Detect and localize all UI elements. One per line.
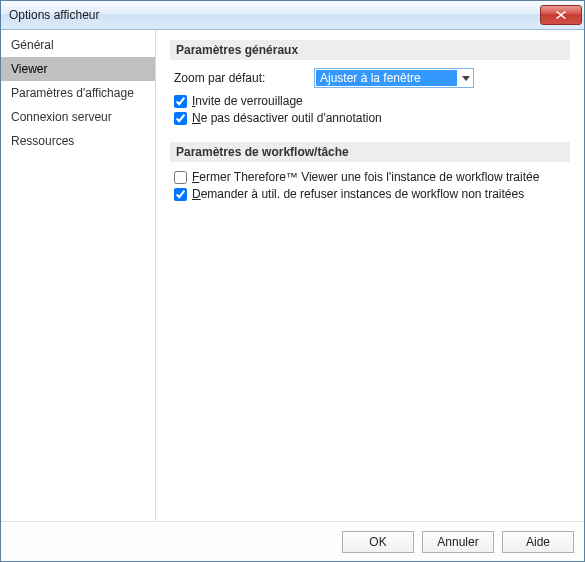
sidebar-item-server-connection[interactable]: Connexion serveur [1, 105, 155, 129]
combo-default-zoom[interactable]: Ajuster à la fenêtre [314, 68, 474, 88]
sidebar: Général Viewer Paramètres d'affichage Co… [1, 30, 156, 521]
close-icon [556, 11, 566, 19]
combo-default-zoom-value: Ajuster à la fenêtre [316, 70, 457, 86]
checkbox-ask-reject-untreated[interactable]: Demander à util. de refuser instances de… [174, 187, 570, 201]
checkbox-lock-prompt-input[interactable] [174, 95, 187, 108]
section-header-general: Paramètres généraux [170, 40, 570, 60]
help-button[interactable]: Aide [502, 531, 574, 553]
checkbox-close-viewer-after-workflow[interactable]: Fermer Therefore™ Viewer une fois l'inst… [174, 170, 570, 184]
checkbox-no-deactivate-annot-label: Ne pas désactiver outil d'annotation [192, 111, 382, 125]
section-header-workflow: Paramètres de workflow/tâche [170, 142, 570, 162]
sidebar-item-viewer[interactable]: Viewer [1, 57, 155, 81]
sidebar-item-resources[interactable]: Ressources [1, 129, 155, 153]
close-button[interactable] [540, 5, 582, 25]
sidebar-item-general[interactable]: Général [1, 33, 155, 57]
titlebar: Options afficheur [1, 1, 584, 30]
dialog-body: Général Viewer Paramètres d'affichage Co… [1, 30, 584, 521]
dialog-footer: OK Annuler Aide [1, 521, 584, 561]
content-pane: Paramètres généraux Zoom par défaut: Aju… [156, 30, 584, 521]
chevron-down-icon [458, 69, 473, 87]
row-default-zoom: Zoom par défaut: Ajuster à la fenêtre [174, 68, 570, 88]
section-spacer [170, 128, 570, 142]
label-default-zoom: Zoom par défaut: [174, 71, 314, 85]
ok-button[interactable]: OK [342, 531, 414, 553]
dialog-window: Options afficheur Général Viewer Paramèt… [0, 0, 585, 562]
checkbox-lock-prompt[interactable]: Invite de verrouillage [174, 94, 570, 108]
checkbox-ask-reject-untreated-label: Demander à util. de refuser instances de… [192, 187, 524, 201]
window-title: Options afficheur [9, 8, 100, 22]
sidebar-item-display-params[interactable]: Paramètres d'affichage [1, 81, 155, 105]
checkbox-close-viewer-after-workflow-input[interactable] [174, 171, 187, 184]
cancel-button[interactable]: Annuler [422, 531, 494, 553]
checkbox-lock-prompt-label: Invite de verrouillage [192, 94, 303, 108]
checkbox-ask-reject-untreated-input[interactable] [174, 188, 187, 201]
checkbox-close-viewer-after-workflow-label: Fermer Therefore™ Viewer une fois l'inst… [192, 170, 539, 184]
checkbox-no-deactivate-annot[interactable]: Ne pas désactiver outil d'annotation [174, 111, 570, 125]
checkbox-no-deactivate-annot-input[interactable] [174, 112, 187, 125]
